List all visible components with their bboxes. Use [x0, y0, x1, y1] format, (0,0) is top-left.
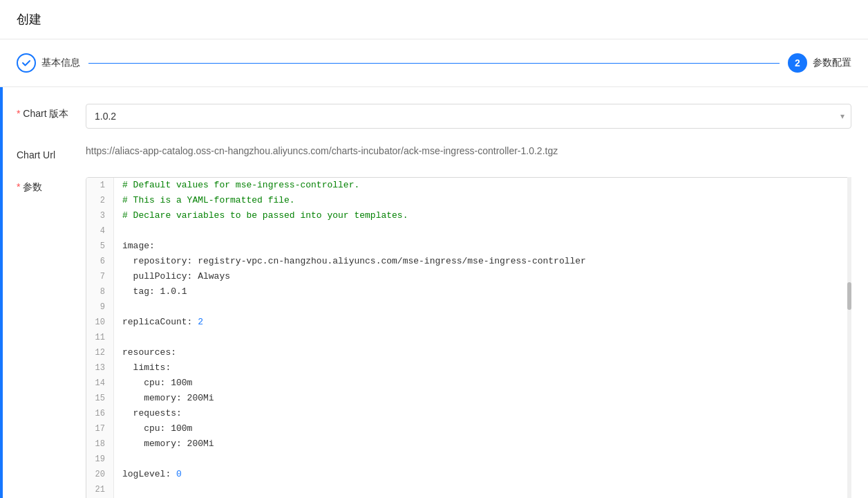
code-editor[interactable]: 1# Default values for mse-ingress-contro… [86, 177, 851, 498]
line-number: 11 [86, 330, 114, 345]
chart-version-select[interactable]: 1.0.2 [86, 104, 851, 129]
line-content: # This is a YAML-formatted file. [114, 193, 295, 208]
step-2: 2 参数配置 [788, 53, 851, 73]
line-number: 16 [86, 406, 114, 421]
line-number: 8 [86, 284, 114, 299]
line-content: cpu: 100m [114, 376, 192, 391]
line-number: 21 [86, 482, 114, 497]
line-number: 20 [86, 467, 114, 482]
checkmark-icon [21, 58, 31, 68]
line-number: 6 [86, 254, 114, 269]
line-number: 15 [86, 391, 114, 406]
code-line: 12resources: [86, 345, 851, 360]
line-content: tag: 1.0.1 [114, 284, 187, 299]
line-number: 7 [86, 269, 114, 284]
chart-version-select-wrapper[interactable]: 1.0.2 ▾ [86, 104, 851, 129]
code-editor-wrapper: 1# Default values for mse-ingress-contro… [86, 177, 851, 498]
chart-version-row: Chart 版本 1.0.2 ▾ [17, 104, 851, 129]
line-content: cpu: 100m [114, 421, 192, 436]
line-number: 2 [86, 193, 114, 208]
code-line: 15 memory: 200Mi [86, 391, 851, 406]
step-1-label: 基本信息 [41, 57, 80, 69]
line-number: 18 [86, 436, 114, 452]
code-line: 6 repository: registry-vpc.cn-hangzhou.a… [86, 254, 851, 269]
chart-url-label: Chart Url [17, 145, 86, 160]
line-content: replicaCount: 2 [114, 315, 203, 330]
chart-version-control: 1.0.2 ▾ [86, 104, 851, 129]
step-2-circle: 2 [788, 53, 807, 73]
line-number: 19 [86, 452, 114, 467]
code-line: 19 [86, 452, 851, 467]
code-line: 16 requests: [86, 406, 851, 421]
code-line: 4 [86, 223, 851, 239]
line-number: 9 [86, 299, 114, 315]
code-line: 14 cpu: 100m [86, 376, 851, 391]
line-content: resources: [114, 345, 176, 360]
line-number: 12 [86, 345, 114, 360]
code-line: 3# Declare variables to be passed into y… [86, 208, 851, 223]
code-line: 5image: [86, 239, 851, 254]
left-accent-bar [0, 87, 3, 498]
step-line [88, 63, 780, 64]
line-number: 13 [86, 360, 114, 376]
line-content: # Default values for mse-ingress-control… [114, 178, 359, 193]
code-line: 10replicaCount: 2 [86, 315, 851, 330]
line-content: requests: [114, 406, 182, 421]
line-content: memory: 200Mi [114, 436, 214, 452]
step-1: 基本信息 [17, 53, 80, 73]
chart-url-control: https://aliacs-app-catalog.oss-cn-hangzh… [86, 145, 851, 156]
params-control: 1# Default values for mse-ingress-contro… [86, 177, 851, 498]
code-line: 13 limits: [86, 360, 851, 376]
code-line: 1# Default values for mse-ingress-contro… [86, 178, 851, 193]
chart-version-label: Chart 版本 [17, 104, 86, 120]
scrollbar-thumb[interactable] [847, 282, 851, 310]
line-number: 3 [86, 208, 114, 223]
line-number: 14 [86, 376, 114, 391]
line-number: 10 [86, 315, 114, 330]
chart-url-value: https://aliacs-app-catalog.oss-cn-hangzh… [86, 141, 558, 156]
line-content: pullPolicy: Always [114, 269, 230, 284]
page-header: 创建 [0, 0, 868, 39]
line-number: 4 [86, 223, 114, 239]
step-1-circle [17, 53, 36, 73]
code-line: 7 pullPolicy: Always [86, 269, 851, 284]
params-row: 参数 1# Default values for mse-ingress-con… [17, 177, 851, 498]
line-content: image: [114, 239, 155, 254]
line-content: memory: 200Mi [114, 391, 214, 406]
line-content: limits: [114, 360, 171, 376]
content-area: Chart 版本 1.0.2 ▾ Chart Url https://aliac… [0, 87, 868, 498]
page-title: 创建 [17, 12, 41, 26]
code-line: 21 [86, 482, 851, 497]
chart-url-row: Chart Url https://aliacs-app-catalog.oss… [17, 145, 851, 160]
line-number: 5 [86, 239, 114, 254]
scrollbar-track[interactable] [847, 177, 851, 498]
chevron-down-icon: ▾ [840, 111, 845, 121]
line-number: 1 [86, 178, 114, 193]
line-number: 17 [86, 421, 114, 436]
line-content: repository: registry-vpc.cn-hangzhou.ali… [114, 254, 586, 269]
code-line: 11 [86, 330, 851, 345]
code-line: 17 cpu: 100m [86, 421, 851, 436]
steps-container: 基本信息 2 参数配置 [0, 39, 868, 87]
code-line: 9 [86, 299, 851, 315]
code-line: 8 tag: 1.0.1 [86, 284, 851, 299]
code-line: 20logLevel: 0 [86, 467, 851, 482]
code-line: 18 memory: 200Mi [86, 436, 851, 452]
step-2-label: 参数配置 [813, 57, 851, 69]
params-label: 参数 [17, 177, 86, 194]
line-content: # Declare variables to be passed into yo… [114, 208, 408, 223]
code-line: 2# This is a YAML-formatted file. [86, 193, 851, 208]
line-content: logLevel: 0 [114, 467, 182, 482]
